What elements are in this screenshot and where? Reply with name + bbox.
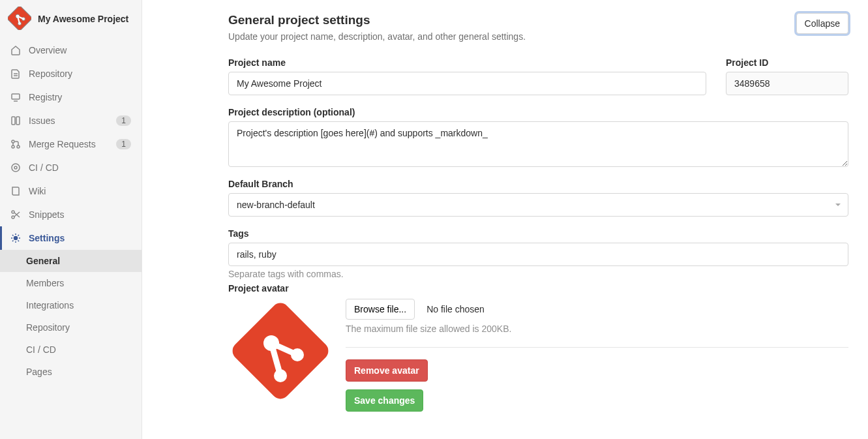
sidebar-item-wiki[interactable]: Wiki: [0, 179, 142, 203]
sidebar-item-settings[interactable]: Settings: [0, 226, 142, 250]
svg-point-13: [12, 216, 14, 219]
no-file-text: No file chosen: [427, 304, 485, 314]
file-icon: [10, 68, 21, 79]
tags-label: Tags: [228, 228, 848, 239]
svg-rect-6: [16, 117, 20, 125]
svg-point-8: [12, 145, 14, 148]
sidebar-item-label: Wiki: [29, 186, 131, 196]
description-label: Project description (optional): [228, 107, 848, 117]
home-icon: [10, 45, 21, 55]
book-icon: [10, 186, 21, 196]
svg-point-14: [14, 237, 18, 240]
sidebar-item-snippets[interactable]: Snippets: [0, 203, 142, 226]
svg-rect-4: [12, 94, 20, 99]
merge-icon: [10, 139, 21, 149]
tags-input[interactable]: [228, 243, 848, 266]
sidebar-item-label: Overview: [29, 45, 131, 55]
svg-rect-5: [12, 117, 15, 125]
default-branch-select[interactable]: new-branch-default: [228, 193, 848, 217]
collapse-button[interactable]: Collapse: [796, 13, 848, 34]
project-avatar-image: [228, 299, 333, 403]
sub-item-repository[interactable]: Repository: [0, 316, 142, 339]
page-title: General project settings: [228, 13, 526, 27]
project-title: My Awesome Project: [38, 13, 128, 25]
sub-item-members[interactable]: Members: [0, 272, 142, 294]
avatar-help-text: The maximum file size allowed is 200KB.: [346, 324, 848, 334]
page-subtitle: Update your project name, description, a…: [228, 31, 526, 42]
badge: 1: [116, 115, 131, 126]
sub-item-integrations[interactable]: Integrations: [0, 294, 142, 316]
divider: [346, 347, 848, 348]
description-textarea[interactable]: Project's description [goes here](#) and…: [228, 121, 848, 167]
project-name-label: Project name: [228, 57, 706, 68]
gear-icon: [10, 233, 21, 243]
sidebar-item-label: Merge Requests: [29, 139, 108, 149]
avatar-label: Project avatar: [228, 283, 848, 294]
sidebar-item-label: CI / CD: [29, 162, 131, 173]
sidebar-item-label: Snippets: [29, 209, 131, 220]
sub-item-ci-cd[interactable]: CI / CD: [0, 339, 142, 361]
svg-point-12: [12, 211, 14, 213]
svg-point-10: [12, 164, 20, 172]
sidebar-item-label: Issues: [29, 115, 108, 126]
sidebar-item-overview[interactable]: Overview: [0, 38, 142, 62]
badge: 1: [116, 139, 131, 149]
sidebar-item-label: Repository: [29, 68, 131, 79]
sidebar-item-ci-cd[interactable]: CI / CD: [0, 156, 142, 179]
save-changes-button[interactable]: Save changes: [346, 389, 423, 412]
project-avatar-icon: [8, 7, 31, 32]
tags-help-text: Separate tags with commas.: [228, 269, 848, 279]
svg-point-7: [12, 140, 14, 143]
default-branch-label: Default Branch: [228, 179, 848, 189]
sidebar-item-label: Registry: [29, 92, 131, 102]
svg-rect-15: [229, 299, 332, 402]
project-name-input[interactable]: [228, 72, 706, 95]
sidebar-item-merge-requests[interactable]: Merge Requests 1: [0, 132, 142, 156]
sidebar-item-registry[interactable]: Registry: [0, 85, 142, 109]
main-content: General project settings Update your pro…: [142, 0, 868, 439]
sidebar-item-label: Settings: [29, 233, 131, 243]
svg-point-11: [14, 166, 17, 169]
sidebar-item-repository[interactable]: Repository: [0, 62, 142, 85]
sidebar-header[interactable]: My Awesome Project: [0, 0, 142, 38]
project-id-label: Project ID: [726, 57, 848, 68]
pipeline-icon: [10, 162, 21, 173]
sub-item-general[interactable]: General: [0, 250, 142, 272]
scissors-icon: [10, 209, 21, 220]
svg-rect-0: [8, 7, 31, 30]
sidebar: My Awesome Project Overview Repository R…: [0, 0, 142, 439]
sub-item-pages[interactable]: Pages: [0, 361, 142, 383]
issues-icon: [10, 115, 21, 126]
browse-file-button[interactable]: Browse file...: [346, 299, 415, 320]
sidebar-item-issues[interactable]: Issues 1: [0, 109, 142, 132]
svg-point-9: [17, 145, 20, 148]
project-id-input[interactable]: [726, 72, 848, 95]
monitor-icon: [10, 92, 21, 102]
remove-avatar-button[interactable]: Remove avatar: [346, 359, 428, 382]
